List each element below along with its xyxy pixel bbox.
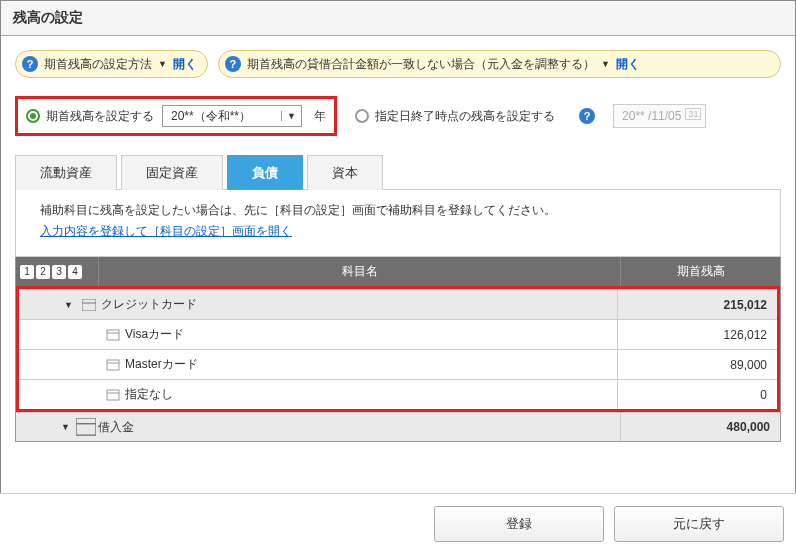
dropdown-icon: ▼ <box>158 59 167 69</box>
row-visa[interactable]: Visaカード 126,012 <box>19 319 777 349</box>
row-master[interactable]: Masterカード 89,000 <box>19 349 777 379</box>
sub-account-icon <box>103 359 123 371</box>
svg-rect-8 <box>76 418 96 435</box>
radio-end-of-day[interactable]: 指定日終了時点の残高を設定する <box>355 108 555 125</box>
note-link[interactable]: 入力内容を登録して［科目の設定］画面を開く <box>40 224 292 238</box>
tab-fixed-assets[interactable]: 固定資産 <box>121 155 223 190</box>
row-credit-card[interactable]: ▼ クレジットカード 215,012 <box>19 289 777 319</box>
register-button[interactable]: 登録 <box>434 506 604 542</box>
revert-button[interactable]: 元に戻す <box>614 506 784 542</box>
highlight-box-opening-balance: 期首残高を設定する 20**（令和**） ▼ 年 <box>15 96 337 136</box>
dropdown-icon: ▼ <box>281 111 301 121</box>
page-title: 残高の設定 <box>1 1 795 36</box>
help-icon: ? <box>22 56 38 72</box>
svg-rect-6 <box>107 390 119 400</box>
era-select[interactable]: 20**（令和**） ▼ <box>162 105 302 127</box>
collapse-icon[interactable]: ▼ <box>19 300 79 310</box>
note-text: 補助科目に残高を設定したい場合は、先に［科目の設定］画面で補助科目を登録してくだ… <box>40 202 756 219</box>
help-icon: ? <box>225 56 241 72</box>
date-input-disabled: 20** /11/05 <box>613 104 706 128</box>
svg-rect-2 <box>107 330 119 340</box>
sub-account-icon <box>103 389 123 401</box>
radio-on-icon <box>26 109 40 123</box>
sub-account-icon <box>103 329 123 341</box>
help-icon[interactable]: ? <box>579 108 595 124</box>
row-loan[interactable]: ▼ 借入金 480,000 <box>16 412 780 442</box>
level-indicators[interactable]: 1234 <box>16 257 98 286</box>
highlight-box-rows: ▼ クレジットカード 215,012 Visaカード 126,012 Maste… <box>16 286 780 412</box>
tab-capital[interactable]: 資本 <box>307 155 383 190</box>
col-opening-balance: 期首残高 <box>620 257 780 286</box>
tab-liabilities[interactable]: 負債 <box>227 155 303 190</box>
tab-current-assets[interactable]: 流動資産 <box>15 155 117 190</box>
help-pill-mismatch[interactable]: ? 期首残高の貸借合計金額が一致しない場合（元入金を調整する） ▼ 開く <box>218 50 781 78</box>
grid-header: 1234 科目名 期首残高 <box>16 257 780 286</box>
svg-rect-4 <box>107 360 119 370</box>
row-unspecified[interactable]: 指定なし 0 <box>19 379 777 409</box>
col-account-name: 科目名 <box>98 257 620 286</box>
help-pill-howto[interactable]: ? 期首残高の設定方法 ▼ 開く <box>15 50 208 78</box>
radio-opening-balance[interactable]: 期首残高を設定する <box>26 108 154 125</box>
account-icon <box>79 299 99 311</box>
collapse-icon[interactable]: ▼ <box>16 422 76 432</box>
dropdown-icon: ▼ <box>601 59 610 69</box>
account-icon <box>76 418 96 435</box>
radio-off-icon <box>355 109 369 123</box>
svg-rect-0 <box>82 299 96 311</box>
